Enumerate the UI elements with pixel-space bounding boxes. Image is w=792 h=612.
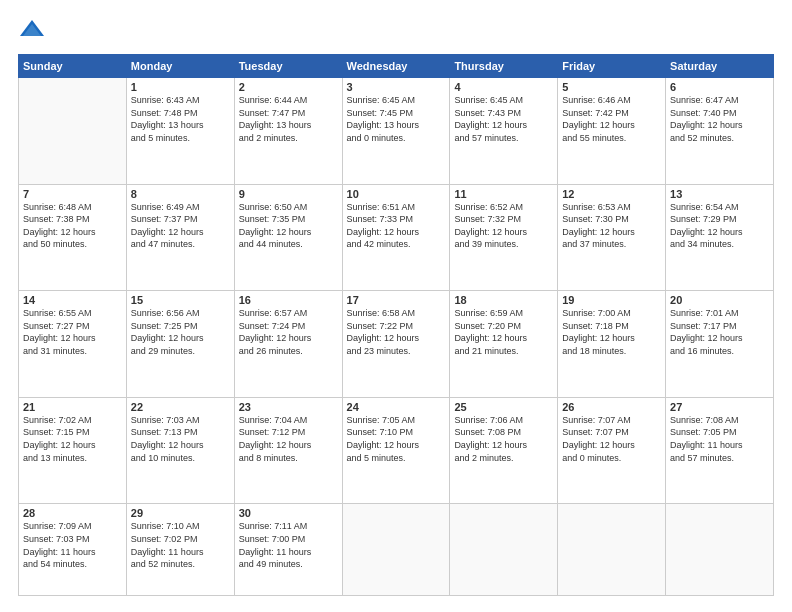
calendar-cell: 26Sunrise: 7:07 AM Sunset: 7:07 PM Dayli…	[558, 397, 666, 504]
calendar-cell: 16Sunrise: 6:57 AM Sunset: 7:24 PM Dayli…	[234, 291, 342, 398]
calendar-cell: 19Sunrise: 7:00 AM Sunset: 7:18 PM Dayli…	[558, 291, 666, 398]
calendar-cell: 9Sunrise: 6:50 AM Sunset: 7:35 PM Daylig…	[234, 184, 342, 291]
calendar-weekday-wednesday: Wednesday	[342, 55, 450, 78]
calendar-cell	[342, 504, 450, 596]
calendar-week-row: 7Sunrise: 6:48 AM Sunset: 7:38 PM Daylig…	[19, 184, 774, 291]
day-number: 21	[23, 401, 122, 413]
day-info: Sunrise: 7:04 AM Sunset: 7:12 PM Dayligh…	[239, 414, 338, 464]
calendar-cell: 23Sunrise: 7:04 AM Sunset: 7:12 PM Dayli…	[234, 397, 342, 504]
calendar-cell: 20Sunrise: 7:01 AM Sunset: 7:17 PM Dayli…	[666, 291, 774, 398]
calendar-cell: 11Sunrise: 6:52 AM Sunset: 7:32 PM Dayli…	[450, 184, 558, 291]
day-number: 24	[347, 401, 446, 413]
calendar-cell: 27Sunrise: 7:08 AM Sunset: 7:05 PM Dayli…	[666, 397, 774, 504]
day-info: Sunrise: 6:51 AM Sunset: 7:33 PM Dayligh…	[347, 201, 446, 251]
calendar-cell: 8Sunrise: 6:49 AM Sunset: 7:37 PM Daylig…	[126, 184, 234, 291]
calendar-cell: 10Sunrise: 6:51 AM Sunset: 7:33 PM Dayli…	[342, 184, 450, 291]
calendar-weekday-tuesday: Tuesday	[234, 55, 342, 78]
day-info: Sunrise: 7:07 AM Sunset: 7:07 PM Dayligh…	[562, 414, 661, 464]
day-info: Sunrise: 6:47 AM Sunset: 7:40 PM Dayligh…	[670, 94, 769, 144]
calendar-cell: 15Sunrise: 6:56 AM Sunset: 7:25 PM Dayli…	[126, 291, 234, 398]
calendar-week-row: 28Sunrise: 7:09 AM Sunset: 7:03 PM Dayli…	[19, 504, 774, 596]
day-info: Sunrise: 7:02 AM Sunset: 7:15 PM Dayligh…	[23, 414, 122, 464]
calendar-table: SundayMondayTuesdayWednesdayThursdayFrid…	[18, 54, 774, 596]
day-info: Sunrise: 6:45 AM Sunset: 7:45 PM Dayligh…	[347, 94, 446, 144]
day-number: 12	[562, 188, 661, 200]
day-number: 15	[131, 294, 230, 306]
day-info: Sunrise: 6:45 AM Sunset: 7:43 PM Dayligh…	[454, 94, 553, 144]
day-number: 17	[347, 294, 446, 306]
calendar-cell: 2Sunrise: 6:44 AM Sunset: 7:47 PM Daylig…	[234, 78, 342, 185]
day-number: 2	[239, 81, 338, 93]
calendar-weekday-sunday: Sunday	[19, 55, 127, 78]
day-number: 18	[454, 294, 553, 306]
calendar-cell: 6Sunrise: 6:47 AM Sunset: 7:40 PM Daylig…	[666, 78, 774, 185]
day-number: 23	[239, 401, 338, 413]
calendar-cell: 28Sunrise: 7:09 AM Sunset: 7:03 PM Dayli…	[19, 504, 127, 596]
day-number: 4	[454, 81, 553, 93]
day-info: Sunrise: 6:48 AM Sunset: 7:38 PM Dayligh…	[23, 201, 122, 251]
day-info: Sunrise: 6:56 AM Sunset: 7:25 PM Dayligh…	[131, 307, 230, 357]
calendar-week-row: 21Sunrise: 7:02 AM Sunset: 7:15 PM Dayli…	[19, 397, 774, 504]
day-number: 19	[562, 294, 661, 306]
day-number: 16	[239, 294, 338, 306]
day-info: Sunrise: 7:08 AM Sunset: 7:05 PM Dayligh…	[670, 414, 769, 464]
day-info: Sunrise: 6:57 AM Sunset: 7:24 PM Dayligh…	[239, 307, 338, 357]
day-info: Sunrise: 7:09 AM Sunset: 7:03 PM Dayligh…	[23, 520, 122, 570]
day-number: 22	[131, 401, 230, 413]
day-info: Sunrise: 6:44 AM Sunset: 7:47 PM Dayligh…	[239, 94, 338, 144]
day-info: Sunrise: 7:03 AM Sunset: 7:13 PM Dayligh…	[131, 414, 230, 464]
calendar-header-row: SundayMondayTuesdayWednesdayThursdayFrid…	[19, 55, 774, 78]
day-info: Sunrise: 6:55 AM Sunset: 7:27 PM Dayligh…	[23, 307, 122, 357]
calendar-week-row: 14Sunrise: 6:55 AM Sunset: 7:27 PM Dayli…	[19, 291, 774, 398]
logo-icon	[18, 16, 46, 44]
calendar-cell: 29Sunrise: 7:10 AM Sunset: 7:02 PM Dayli…	[126, 504, 234, 596]
header	[18, 16, 774, 44]
calendar-cell: 7Sunrise: 6:48 AM Sunset: 7:38 PM Daylig…	[19, 184, 127, 291]
calendar-cell: 14Sunrise: 6:55 AM Sunset: 7:27 PM Dayli…	[19, 291, 127, 398]
day-info: Sunrise: 7:10 AM Sunset: 7:02 PM Dayligh…	[131, 520, 230, 570]
calendar-cell: 5Sunrise: 6:46 AM Sunset: 7:42 PM Daylig…	[558, 78, 666, 185]
day-number: 9	[239, 188, 338, 200]
day-number: 30	[239, 507, 338, 519]
day-number: 8	[131, 188, 230, 200]
calendar-cell: 12Sunrise: 6:53 AM Sunset: 7:30 PM Dayli…	[558, 184, 666, 291]
calendar-cell: 24Sunrise: 7:05 AM Sunset: 7:10 PM Dayli…	[342, 397, 450, 504]
day-number: 1	[131, 81, 230, 93]
calendar-weekday-thursday: Thursday	[450, 55, 558, 78]
day-info: Sunrise: 6:58 AM Sunset: 7:22 PM Dayligh…	[347, 307, 446, 357]
day-number: 6	[670, 81, 769, 93]
page: SundayMondayTuesdayWednesdayThursdayFrid…	[0, 0, 792, 612]
day-number: 10	[347, 188, 446, 200]
day-number: 11	[454, 188, 553, 200]
calendar-weekday-saturday: Saturday	[666, 55, 774, 78]
day-number: 29	[131, 507, 230, 519]
calendar-cell: 22Sunrise: 7:03 AM Sunset: 7:13 PM Dayli…	[126, 397, 234, 504]
day-number: 26	[562, 401, 661, 413]
day-info: Sunrise: 7:01 AM Sunset: 7:17 PM Dayligh…	[670, 307, 769, 357]
day-info: Sunrise: 6:43 AM Sunset: 7:48 PM Dayligh…	[131, 94, 230, 144]
day-info: Sunrise: 7:06 AM Sunset: 7:08 PM Dayligh…	[454, 414, 553, 464]
day-info: Sunrise: 7:00 AM Sunset: 7:18 PM Dayligh…	[562, 307, 661, 357]
day-info: Sunrise: 7:11 AM Sunset: 7:00 PM Dayligh…	[239, 520, 338, 570]
calendar-cell: 4Sunrise: 6:45 AM Sunset: 7:43 PM Daylig…	[450, 78, 558, 185]
day-number: 27	[670, 401, 769, 413]
calendar-cell	[666, 504, 774, 596]
day-info: Sunrise: 6:50 AM Sunset: 7:35 PM Dayligh…	[239, 201, 338, 251]
day-number: 3	[347, 81, 446, 93]
day-info: Sunrise: 6:53 AM Sunset: 7:30 PM Dayligh…	[562, 201, 661, 251]
day-info: Sunrise: 6:46 AM Sunset: 7:42 PM Dayligh…	[562, 94, 661, 144]
calendar-cell	[450, 504, 558, 596]
calendar-cell: 1Sunrise: 6:43 AM Sunset: 7:48 PM Daylig…	[126, 78, 234, 185]
day-info: Sunrise: 6:54 AM Sunset: 7:29 PM Dayligh…	[670, 201, 769, 251]
day-info: Sunrise: 6:59 AM Sunset: 7:20 PM Dayligh…	[454, 307, 553, 357]
day-info: Sunrise: 7:05 AM Sunset: 7:10 PM Dayligh…	[347, 414, 446, 464]
calendar-cell: 30Sunrise: 7:11 AM Sunset: 7:00 PM Dayli…	[234, 504, 342, 596]
day-number: 14	[23, 294, 122, 306]
day-info: Sunrise: 6:52 AM Sunset: 7:32 PM Dayligh…	[454, 201, 553, 251]
calendar-cell: 17Sunrise: 6:58 AM Sunset: 7:22 PM Dayli…	[342, 291, 450, 398]
day-number: 7	[23, 188, 122, 200]
logo	[18, 16, 50, 44]
calendar-weekday-monday: Monday	[126, 55, 234, 78]
calendar-weekday-friday: Friday	[558, 55, 666, 78]
calendar-cell	[19, 78, 127, 185]
